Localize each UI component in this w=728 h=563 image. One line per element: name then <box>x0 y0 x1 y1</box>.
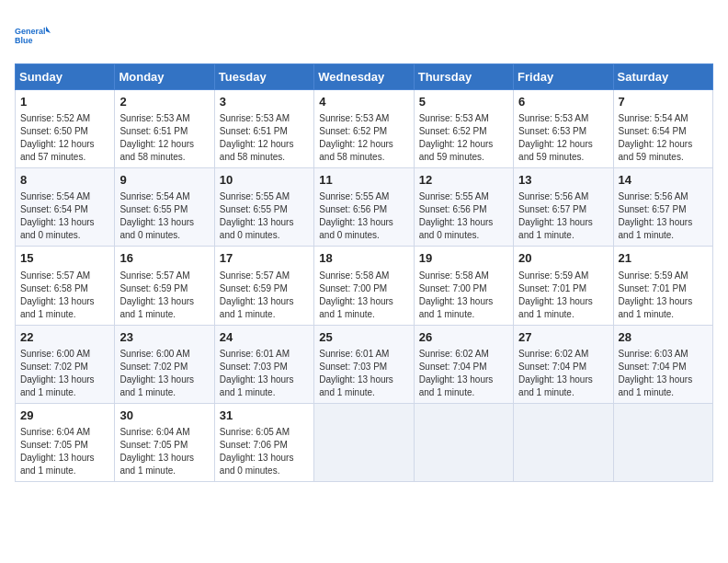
svg-text:Blue: Blue <box>15 36 33 45</box>
calendar-cell: 1 Sunrise: 5:52 AM Sunset: 6:50 PM Dayli… <box>16 90 115 168</box>
sunrise-text: Sunrise: 5:53 AM <box>119 113 189 123</box>
sunrise-text: Sunrise: 5:53 AM <box>319 113 389 123</box>
day-number: 24 <box>220 329 309 346</box>
calendar-cell: 5 Sunrise: 5:53 AM Sunset: 6:52 PM Dayli… <box>414 90 513 168</box>
calendar-cell: 3 Sunrise: 5:53 AM Sunset: 6:51 PM Dayli… <box>214 90 313 168</box>
daylight-text: Daylight: 13 hours and 1 minute. <box>20 453 95 476</box>
calendar-cell <box>414 403 513 481</box>
calendar-cell: 21 Sunrise: 5:59 AM Sunset: 7:01 PM Dayl… <box>613 247 712 325</box>
sunrise-text: Sunrise: 6:02 AM <box>518 349 588 359</box>
sunrise-text: Sunrise: 6:04 AM <box>20 427 90 437</box>
calendar-week-row: 29 Sunrise: 6:04 AM Sunset: 7:05 PM Dayl… <box>16 403 713 481</box>
day-number: 26 <box>419 329 508 346</box>
daylight-text: Daylight: 13 hours and 1 minute. <box>119 296 194 319</box>
sunset-text: Sunset: 7:02 PM <box>119 362 188 372</box>
sunrise-text: Sunrise: 5:56 AM <box>619 191 688 201</box>
calendar-cell: 4 Sunrise: 5:53 AM Sunset: 6:52 PM Dayli… <box>314 90 414 168</box>
day-number: 27 <box>518 329 608 346</box>
svg-text:General: General <box>15 27 46 36</box>
day-header-sunday: Sunday <box>16 64 115 90</box>
calendar-cell <box>613 403 712 481</box>
sunrise-text: Sunrise: 5:55 AM <box>220 191 290 201</box>
daylight-text: Daylight: 13 hours and 0 minutes. <box>119 217 194 240</box>
day-number: 13 <box>518 172 608 189</box>
sunset-text: Sunset: 7:04 PM <box>419 362 487 372</box>
sunset-text: Sunset: 6:52 PM <box>319 126 387 136</box>
sunset-text: Sunset: 7:02 PM <box>20 362 88 372</box>
calendar-week-row: 1 Sunrise: 5:52 AM Sunset: 6:50 PM Dayli… <box>16 90 713 168</box>
daylight-text: Daylight: 13 hours and 1 minute. <box>319 374 393 397</box>
daylight-text: Daylight: 13 hours and 0 minutes. <box>319 217 393 240</box>
logo: General Blue <box>15 15 51 56</box>
daylight-text: Daylight: 13 hours and 1 minute. <box>419 296 494 319</box>
calendar-cell: 8 Sunrise: 5:54 AM Sunset: 6:54 PM Dayli… <box>16 168 115 247</box>
day-number: 21 <box>619 250 708 267</box>
calendar-cell: 11 Sunrise: 5:55 AM Sunset: 6:56 PM Dayl… <box>314 168 414 247</box>
day-number: 28 <box>619 329 708 346</box>
sunset-text: Sunset: 6:54 PM <box>20 204 88 214</box>
calendar-cell: 17 Sunrise: 5:57 AM Sunset: 6:59 PM Dayl… <box>214 247 313 325</box>
day-number: 2 <box>119 94 209 110</box>
calendar-cell: 28 Sunrise: 6:03 AM Sunset: 7:04 PM Dayl… <box>613 325 712 403</box>
day-number: 7 <box>619 94 708 110</box>
day-number: 6 <box>518 94 608 110</box>
sunset-text: Sunset: 7:01 PM <box>619 283 687 293</box>
daylight-text: Daylight: 12 hours and 57 minutes. <box>20 139 95 162</box>
sunrise-text: Sunrise: 6:01 AM <box>220 349 290 359</box>
sunrise-text: Sunrise: 6:00 AM <box>119 349 189 359</box>
daylight-text: Daylight: 13 hours and 0 minutes. <box>419 217 494 240</box>
calendar-cell: 30 Sunrise: 6:04 AM Sunset: 7:05 PM Dayl… <box>115 403 214 481</box>
sunset-text: Sunset: 6:55 PM <box>220 204 288 214</box>
sunrise-text: Sunrise: 6:00 AM <box>20 349 90 359</box>
daylight-text: Daylight: 13 hours and 1 minute. <box>220 374 294 397</box>
day-number: 19 <box>419 250 508 267</box>
sunrise-text: Sunrise: 5:53 AM <box>419 113 489 123</box>
calendar-cell: 31 Sunrise: 6:05 AM Sunset: 7:06 PM Dayl… <box>214 403 313 481</box>
logo-icon: General Blue <box>15 15 51 56</box>
daylight-text: Daylight: 13 hours and 1 minute. <box>518 217 593 240</box>
sunset-text: Sunset: 6:56 PM <box>419 204 487 214</box>
daylight-text: Daylight: 13 hours and 1 minute. <box>119 453 194 476</box>
sunset-text: Sunset: 7:03 PM <box>220 362 288 372</box>
sunrise-text: Sunrise: 5:53 AM <box>220 113 290 123</box>
day-number: 29 <box>20 408 109 424</box>
day-number: 20 <box>518 250 608 267</box>
day-number: 8 <box>20 172 109 189</box>
calendar-cell <box>314 403 414 481</box>
calendar-cell: 26 Sunrise: 6:02 AM Sunset: 7:04 PM Dayl… <box>414 325 513 403</box>
day-number: 14 <box>619 172 708 189</box>
day-number: 1 <box>20 94 109 110</box>
sunset-text: Sunset: 6:59 PM <box>220 283 288 293</box>
day-number: 18 <box>319 250 408 267</box>
sunrise-text: Sunrise: 6:04 AM <box>119 427 189 437</box>
sunset-text: Sunset: 7:00 PM <box>319 283 387 293</box>
sunset-text: Sunset: 7:03 PM <box>319 362 387 372</box>
day-header-saturday: Saturday <box>613 64 712 90</box>
sunset-text: Sunset: 7:06 PM <box>220 440 288 450</box>
daylight-text: Daylight: 12 hours and 59 minutes. <box>619 139 693 162</box>
sunset-text: Sunset: 7:01 PM <box>518 283 586 293</box>
daylight-text: Daylight: 13 hours and 1 minute. <box>20 296 95 319</box>
sunset-text: Sunset: 6:57 PM <box>518 204 586 214</box>
sunrise-text: Sunrise: 5:57 AM <box>220 270 290 281</box>
calendar-cell: 18 Sunrise: 5:58 AM Sunset: 7:00 PM Dayl… <box>314 247 414 325</box>
day-number: 16 <box>119 250 209 267</box>
day-number: 4 <box>319 94 408 110</box>
day-number: 31 <box>220 408 309 424</box>
calendar-cell: 19 Sunrise: 5:58 AM Sunset: 7:00 PM Dayl… <box>414 247 513 325</box>
daylight-text: Daylight: 13 hours and 1 minute. <box>319 296 393 319</box>
sunset-text: Sunset: 6:56 PM <box>319 204 387 214</box>
calendar-cell: 12 Sunrise: 5:55 AM Sunset: 6:56 PM Dayl… <box>414 168 513 247</box>
daylight-text: Daylight: 13 hours and 1 minute. <box>220 296 294 319</box>
sunset-text: Sunset: 7:05 PM <box>119 440 188 450</box>
calendar-cell: 7 Sunrise: 5:54 AM Sunset: 6:54 PM Dayli… <box>613 90 712 168</box>
sunset-text: Sunset: 6:50 PM <box>20 126 88 136</box>
sunset-text: Sunset: 6:57 PM <box>619 204 687 214</box>
page-header: General Blue <box>15 15 713 56</box>
daylight-text: Daylight: 13 hours and 0 minutes. <box>220 453 294 476</box>
daylight-text: Daylight: 13 hours and 1 minute. <box>119 374 194 397</box>
svg-marker-2 <box>46 27 51 34</box>
sunrise-text: Sunrise: 6:01 AM <box>319 349 389 359</box>
daylight-text: Daylight: 12 hours and 59 minutes. <box>419 139 494 162</box>
calendar-cell: 25 Sunrise: 6:01 AM Sunset: 7:03 PM Dayl… <box>314 325 414 403</box>
